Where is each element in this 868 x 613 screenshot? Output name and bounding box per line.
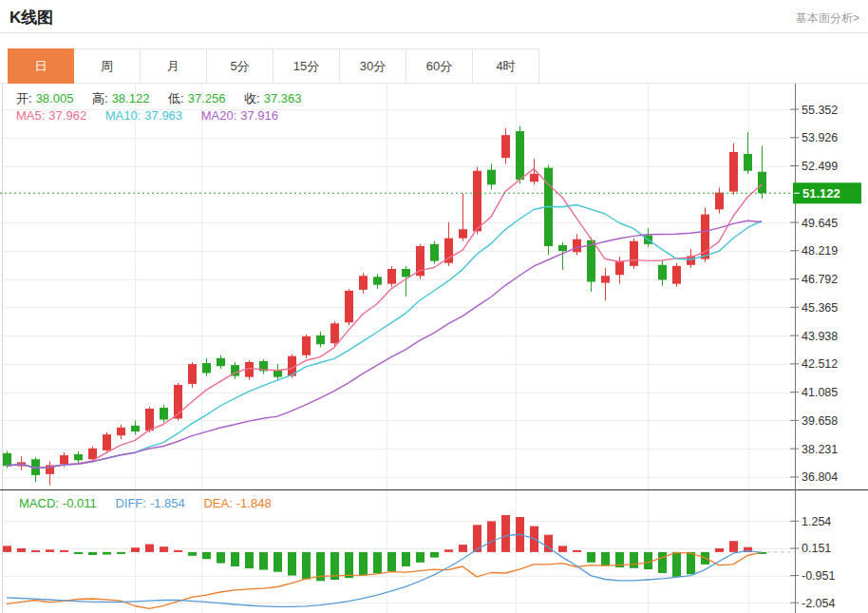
candle[interactable] — [160, 408, 168, 420]
macd-bar — [601, 552, 610, 565]
axis-tick-label: -0.951 — [802, 569, 835, 583]
tab-day[interactable]: 日 — [8, 48, 74, 84]
macd-bar — [587, 552, 595, 563]
macd-bar — [74, 552, 83, 554]
tab-30min[interactable]: 30分 — [340, 48, 406, 84]
axis-tick-label: 41.085 — [802, 386, 838, 399]
macd-bar — [373, 552, 382, 573]
candle[interactable] — [330, 323, 339, 343]
candle[interactable] — [473, 171, 481, 232]
tab-15min[interactable]: 15分 — [274, 48, 340, 84]
candle[interactable] — [630, 241, 638, 266]
macd-bar — [217, 552, 225, 564]
axis-tick-label: 45.365 — [802, 301, 838, 315]
axis-tick-label: 1.254 — [802, 515, 831, 528]
candle[interactable] — [573, 239, 581, 253]
tab-week[interactable]: 周 — [74, 48, 141, 84]
candle[interactable] — [202, 363, 211, 373]
axis-tick-label: -2.054 — [802, 597, 835, 610]
candle[interactable] — [274, 370, 282, 376]
dea-value: -1.848 — [236, 496, 272, 510]
candle[interactable] — [387, 269, 396, 284]
candle[interactable] — [672, 266, 681, 284]
candle[interactable] — [359, 276, 368, 290]
candle[interactable] — [145, 409, 154, 431]
candle[interactable] — [758, 172, 766, 193]
macd-bar — [444, 549, 453, 552]
candle[interactable] — [530, 174, 538, 182]
macd-label: MACD: — [19, 496, 59, 510]
candle[interactable] — [103, 434, 111, 450]
candle[interactable] — [88, 449, 97, 459]
macd-bar — [103, 552, 111, 555]
close-label: 收: — [244, 91, 260, 105]
macd-bar — [46, 549, 54, 552]
macd-bar — [387, 552, 396, 571]
candle[interactable] — [60, 455, 68, 464]
kline-chart-area[interactable]: 55.35253.92652.49949.64548.21946.79245.3… — [0, 84, 868, 613]
macd-bar — [17, 548, 26, 552]
candle[interactable] — [3, 453, 11, 466]
candle[interactable] — [430, 244, 439, 261]
macd-bar — [359, 552, 368, 576]
kline-chart-canvas[interactable]: 55.35253.92652.49949.64548.21946.79245.3… — [0, 84, 868, 613]
macd-bar — [672, 552, 681, 577]
candle[interactable] — [188, 364, 197, 384]
axis-tick-label: 53.926 — [802, 131, 838, 144]
candle[interactable] — [131, 426, 140, 431]
macd-bar — [188, 552, 197, 556]
tab-month[interactable]: 月 — [141, 48, 207, 84]
macd-bar — [430, 552, 439, 558]
macd-bar — [729, 541, 738, 552]
fundamental-analysis-link[interactable]: 基本面分析> — [796, 10, 859, 27]
candle[interactable] — [487, 170, 496, 185]
candle[interactable] — [587, 240, 595, 282]
open-label: 开: — [16, 91, 32, 105]
axis-tick-label: 46.792 — [802, 273, 838, 286]
low-value: 37.256 — [188, 91, 226, 105]
candle[interactable] — [74, 454, 83, 460]
candle[interactable] — [117, 428, 125, 435]
tab-4hour[interactable]: 4时 — [473, 48, 539, 84]
macd-bar — [487, 521, 496, 551]
tab-5min[interactable]: 5分 — [207, 48, 274, 84]
candle[interactable] — [402, 269, 410, 277]
ma5-label: MA5: — [16, 108, 45, 123]
macd-bar — [274, 552, 282, 572]
axis-tick-label: 36.804 — [802, 470, 838, 484]
candle[interactable] — [715, 193, 724, 210]
current-price-tag-value: 51.122 — [802, 186, 840, 201]
ma5-value: 37.962 — [48, 108, 86, 123]
candle[interactable] — [345, 291, 353, 322]
candle[interactable] — [217, 358, 225, 366]
axis-tick-label: 0.151 — [802, 542, 831, 555]
ma20-label: MA20: — [201, 108, 237, 123]
ma10-value: 37.963 — [144, 108, 182, 123]
candle[interactable] — [729, 152, 738, 192]
candle[interactable] — [601, 276, 610, 282]
candle[interactable] — [744, 154, 752, 171]
period-tabstrip: 日 周 月 5分 15分 30分 60分 4时 — [8, 48, 539, 84]
dea-label: DEA: — [203, 496, 232, 510]
macd-bar — [117, 552, 125, 554]
high-value: 38.122 — [112, 91, 150, 105]
candle[interactable] — [558, 245, 567, 251]
candle[interactable] — [459, 229, 467, 238]
macd-bar — [174, 550, 182, 552]
candle[interactable] — [316, 335, 325, 344]
ma-legend: MA5:37.962 MA10:37.963 MA20:37.916 — [16, 108, 282, 123]
axis-tick-label: 42.512 — [802, 357, 838, 371]
candle[interactable] — [302, 336, 311, 355]
macd-bar — [416, 552, 425, 563]
candle[interactable] — [373, 277, 382, 284]
candle[interactable] — [516, 131, 524, 180]
ma10-label: MA10: — [105, 108, 142, 123]
macd-bar — [88, 552, 97, 555]
candle[interactable] — [615, 261, 624, 276]
candle[interactable] — [658, 265, 667, 280]
ohlc-legend: 开:38.005 高:38.122 低:37.256 收:37.363 — [16, 90, 305, 107]
axis-tick-label: 52.499 — [802, 160, 838, 173]
tab-60min[interactable]: 60分 — [406, 48, 473, 84]
macd-bar — [630, 552, 638, 568]
candle[interactable] — [501, 135, 510, 158]
